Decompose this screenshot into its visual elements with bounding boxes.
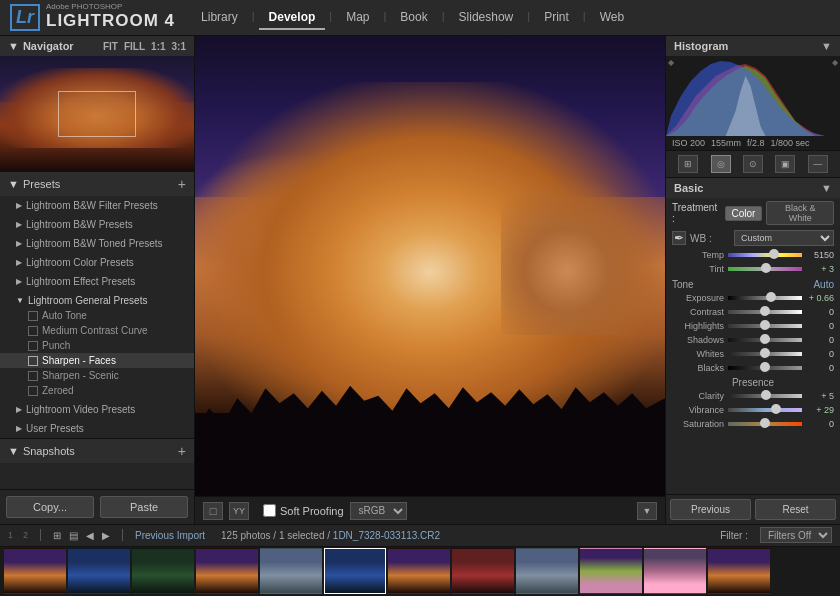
view-compare-btn[interactable]: YY: [229, 502, 249, 520]
saturation-thumb[interactable]: [760, 418, 770, 428]
film-thumb-6[interactable]: [324, 548, 386, 594]
basic-header[interactable]: Basic ▼: [666, 178, 840, 198]
film-thumb-7[interactable]: [388, 548, 450, 594]
snapshots-add-icon[interactable]: +: [178, 443, 186, 459]
preset-group-color-header[interactable]: ▶ Lightroom Color Presets: [0, 255, 194, 270]
film-thumb-12[interactable]: [708, 548, 770, 594]
nav-develop[interactable]: Develop: [259, 6, 326, 30]
shadows-thumb[interactable]: [760, 334, 770, 344]
wb-select[interactable]: Custom As Shot Daylight: [734, 230, 834, 246]
zoom-1-1[interactable]: 1:1: [151, 41, 165, 52]
preset-item-medcontrast[interactable]: Medium Contrast Curve: [0, 323, 194, 338]
nav-book[interactable]: Book: [390, 6, 437, 30]
snapshots-header[interactable]: ▼ Snapshots +: [0, 439, 194, 463]
presets-add-icon[interactable]: +: [178, 176, 186, 192]
filmstrip-tab-1[interactable]: 1: [8, 530, 13, 540]
brush-tool[interactable]: —: [808, 155, 828, 173]
contrast-thumb[interactable]: [760, 306, 770, 316]
temp-slider[interactable]: [728, 253, 802, 257]
film-thumb-5[interactable]: [260, 548, 322, 594]
exposure-thumb[interactable]: [766, 292, 776, 302]
nav-library[interactable]: Library: [191, 6, 248, 30]
toolbar-menu-btn[interactable]: ▼: [637, 502, 657, 520]
blacks-thumb[interactable]: [760, 362, 770, 372]
copy-button[interactable]: Copy...: [6, 496, 94, 518]
tint-thumb[interactable]: [761, 263, 771, 273]
film-thumb-9[interactable]: [516, 548, 578, 594]
crop-tool[interactable]: ⊞: [678, 155, 698, 173]
navigator-header[interactable]: ▼ Navigator FIT FILL 1:1 3:1: [0, 36, 194, 56]
tint-slider[interactable]: [728, 267, 802, 271]
zoom-fill[interactable]: FILL: [124, 41, 145, 52]
preset-item-zeroed[interactable]: Zeroed: [0, 383, 194, 398]
whites-thumb[interactable]: [760, 348, 770, 358]
gradient-tool[interactable]: ▣: [775, 155, 795, 173]
preset-group-bwfilter-header[interactable]: ▶ Lightroom B&W Filter Presets: [0, 198, 194, 213]
contrast-slider[interactable]: [728, 310, 802, 314]
grid-icon[interactable]: ⊞: [53, 530, 61, 541]
saturation-slider[interactable]: [728, 422, 802, 426]
preset-group-bwfilter-label: Lightroom B&W Filter Presets: [26, 200, 158, 211]
eyedropper-tool[interactable]: ✒: [672, 231, 686, 245]
main-image[interactable]: [195, 36, 665, 496]
basic-section: Basic ▼ Treatment : Color Black & White …: [666, 178, 840, 494]
clarity-value: + 5: [806, 391, 834, 401]
vibrance-thumb[interactable]: [771, 404, 781, 414]
film-thumb-4[interactable]: [196, 548, 258, 594]
presets-header[interactable]: ▼ Presets +: [0, 172, 194, 196]
preset-group-general-header[interactable]: ▼ Lightroom General Presets: [0, 293, 194, 308]
redeye-tool[interactable]: ⊙: [743, 155, 763, 173]
highlights-slider[interactable]: [728, 324, 802, 328]
preset-group-user-header[interactable]: ▶ User Presets: [0, 421, 194, 436]
zoom-fit[interactable]: FIT: [103, 41, 118, 52]
preset-group-bwtoned-header[interactable]: ▶ Lightroom B&W Toned Presets: [0, 236, 194, 251]
nav-forward-icon[interactable]: ▶: [102, 530, 110, 541]
nav-back-icon[interactable]: ◀: [86, 530, 94, 541]
bw-treatment-btn[interactable]: Black & White: [766, 201, 834, 225]
nav-print[interactable]: Print: [534, 6, 579, 30]
nav-slideshow[interactable]: Slideshow: [449, 6, 524, 30]
view-single-btn[interactable]: □: [203, 502, 223, 520]
film-thumb-8[interactable]: [452, 548, 514, 594]
vibrance-slider[interactable]: [728, 408, 802, 412]
filmstrip-view-icon[interactable]: ▤: [69, 530, 78, 541]
previous-button[interactable]: Previous: [670, 499, 751, 520]
nav-map[interactable]: Map: [336, 6, 379, 30]
film-thumb-1[interactable]: [4, 548, 66, 594]
whites-slider[interactable]: [728, 352, 802, 356]
preset-item-sharpenfaces[interactable]: Sharpen - Faces: [0, 353, 194, 368]
exposure-slider[interactable]: [728, 296, 802, 300]
nav-web[interactable]: Web: [590, 6, 634, 30]
reset-button[interactable]: Reset: [755, 499, 836, 520]
shadows-slider[interactable]: [728, 338, 802, 342]
auto-btn[interactable]: Auto: [813, 279, 834, 290]
clarity-slider[interactable]: [728, 394, 802, 398]
paste-button[interactable]: Paste: [100, 496, 188, 518]
histogram-header[interactable]: Histogram ▼: [666, 36, 840, 56]
prev-import-label[interactable]: Previous Import: [135, 530, 205, 541]
film-thumb-3[interactable]: [132, 548, 194, 594]
filmstrip-tab-2[interactable]: 2: [23, 530, 28, 540]
preset-group-effect-header[interactable]: ▶ Lightroom Effect Presets: [0, 274, 194, 289]
preset-item-sharpenscenic[interactable]: Sharpen - Scenic: [0, 368, 194, 383]
selected-file: 1DN_7328-033113.CR2: [333, 530, 440, 541]
preset-label-sharpenscenic: Sharpen - Scenic: [42, 370, 119, 381]
adjustment-tool[interactable]: ◎: [711, 155, 731, 173]
color-treatment-btn[interactable]: Color: [725, 206, 763, 221]
preset-group-video-header[interactable]: ▶ Lightroom Video Presets: [0, 402, 194, 417]
blacks-slider[interactable]: [728, 366, 802, 370]
clarity-thumb[interactable]: [761, 390, 771, 400]
soft-proofing-checkbox[interactable]: [263, 504, 276, 517]
preset-item-punch[interactable]: Punch: [0, 338, 194, 353]
zoom-3-1[interactable]: 3:1: [172, 41, 186, 52]
navigator-thumbnail[interactable]: [0, 56, 194, 171]
profile-select[interactable]: sRGB: [350, 502, 407, 520]
preset-item-autotone[interactable]: Auto Tone: [0, 308, 194, 323]
highlights-thumb[interactable]: [760, 320, 770, 330]
temp-thumb[interactable]: [769, 249, 779, 259]
preset-group-bw-header[interactable]: ▶ Lightroom B&W Presets: [0, 217, 194, 232]
film-thumb-10[interactable]: [580, 548, 642, 594]
filter-select[interactable]: Filters Off: [760, 527, 832, 543]
film-thumb-11[interactable]: [644, 548, 706, 594]
film-thumb-2[interactable]: [68, 548, 130, 594]
